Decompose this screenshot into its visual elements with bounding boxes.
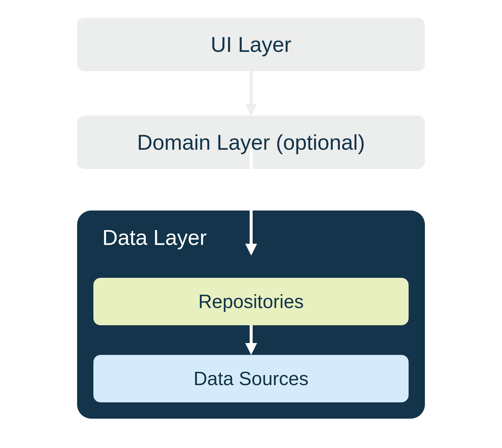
arrow-ui-to-domain	[77, 71, 425, 116]
arrow-down-icon	[242, 325, 260, 355]
arrow-repositories-to-datasources	[93, 325, 409, 355]
data-layer-container: Data Layer Repositories Data Sources	[77, 211, 425, 419]
svg-marker-5	[245, 343, 257, 355]
ui-layer-box: UI Layer	[77, 18, 425, 71]
ui-layer-label: UI Layer	[211, 32, 291, 57]
domain-layer-label: Domain Layer (optional)	[137, 130, 365, 154]
spacer	[77, 169, 425, 211]
data-layer-title: Data Layer	[93, 222, 409, 250]
repositories-label: Repositories	[198, 291, 304, 313]
arrow-down-icon	[242, 71, 260, 116]
data-sources-label: Data Sources	[194, 368, 309, 390]
domain-layer-box: Domain Layer (optional)	[77, 116, 425, 169]
repositories-box: Repositories	[93, 278, 409, 325]
svg-marker-1	[245, 104, 257, 116]
data-sources-box: Data Sources	[93, 355, 409, 402]
